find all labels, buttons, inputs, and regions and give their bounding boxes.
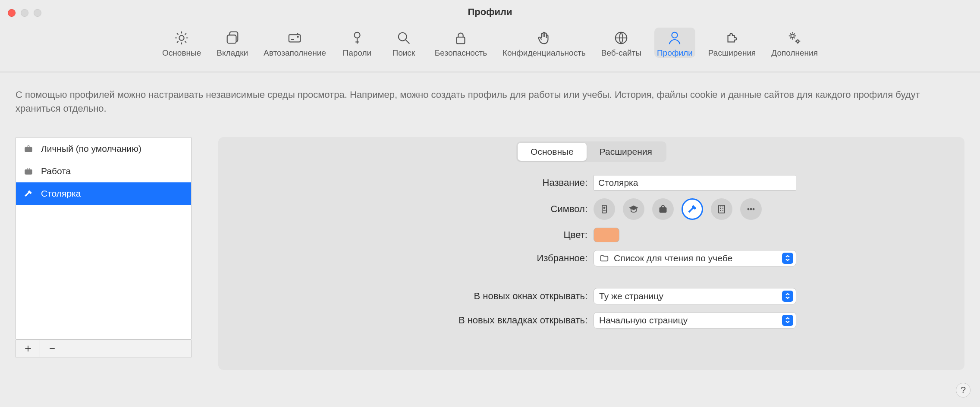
tab-label: Веб-сайты (601, 48, 641, 58)
tab-privacy[interactable]: Конфиденциальность (500, 28, 588, 58)
symbol-more[interactable] (740, 198, 762, 220)
svg-point-10 (797, 40, 799, 43)
tabs-icon (225, 30, 240, 46)
symbol-label: Символ: (218, 204, 594, 215)
svg-point-8 (672, 32, 678, 38)
segment-main[interactable]: Основные (518, 143, 587, 161)
svg-point-0 (179, 35, 184, 40)
name-label: Название: (218, 177, 594, 188)
symbol-picker (594, 198, 762, 220)
tab-general[interactable]: Основные (160, 28, 204, 58)
tab-label: Расширения (708, 48, 756, 58)
profiles-sidebar: Личный (по умолчанию) Работа Столярка ＋ (16, 137, 192, 370)
briefcase-icon (23, 143, 34, 154)
window-close-button[interactable] (8, 9, 16, 17)
add-profile-button[interactable]: ＋ (16, 340, 40, 357)
tab-advanced[interactable]: Дополнения (769, 28, 820, 58)
profile-detail-panel: Основные Расширения Название: Символ: (218, 137, 964, 370)
symbol-graduation[interactable] (623, 198, 644, 220)
new-windows-label: В новых окнах открывать: (218, 291, 594, 302)
svg-rect-12 (25, 169, 32, 174)
window-title: Профили (468, 6, 512, 18)
key-icon (349, 30, 365, 46)
tab-security[interactable]: Безопасность (432, 28, 490, 58)
tab-search[interactable]: Поиск (386, 28, 422, 58)
puzzle-icon (724, 30, 740, 46)
tab-label: Профили (657, 48, 693, 58)
profile-item-label: Столярка (41, 188, 81, 199)
symbol-hammer[interactable] (682, 198, 703, 220)
gear-icon (174, 30, 189, 46)
profiles-list[interactable]: Личный (по умолчанию) Работа Столярка (16, 137, 192, 340)
svg-rect-13 (602, 205, 606, 213)
tab-label: Вкладки (217, 48, 248, 58)
remove-profile-button[interactable]: － (40, 340, 64, 357)
titlebar: Профили (0, 0, 980, 24)
tab-label: Дополнения (771, 48, 818, 58)
lock-icon (453, 30, 468, 46)
tab-label: Основные (162, 48, 201, 58)
profile-item-carpentry[interactable]: Столярка (16, 182, 191, 205)
favorites-label: Избранное: (218, 253, 594, 264)
search-icon (396, 30, 411, 46)
svg-rect-6 (457, 37, 465, 44)
color-picker[interactable] (594, 228, 619, 242)
svg-point-3 (298, 36, 298, 37)
new-tabs-value: Начальную страницу (599, 315, 688, 326)
svg-point-17 (748, 208, 749, 210)
tab-label: Безопасность (435, 48, 487, 58)
color-label: Цвет: (218, 229, 594, 241)
gears-icon (787, 30, 802, 46)
select-caret-icon (782, 291, 793, 302)
settings-toolbar: Основные Вкладки Автозаполнение Пароли П… (0, 24, 980, 69)
new-windows-select[interactable]: Ту же страницу (594, 288, 796, 304)
segment-extensions[interactable]: Расширения (587, 143, 665, 161)
svg-rect-11 (25, 147, 32, 152)
profile-item-label: Личный (по умолчанию) (41, 144, 141, 154)
svg-rect-2 (289, 34, 300, 42)
favorites-select[interactable]: Список для чтения по учебе (594, 250, 796, 266)
tab-label: Конфиденциальность (503, 48, 586, 58)
profile-item-work[interactable]: Работа (16, 160, 191, 182)
svg-rect-16 (719, 205, 725, 213)
globe-icon (613, 30, 629, 46)
window-minimize-button[interactable] (21, 9, 28, 17)
window-controls (8, 9, 41, 17)
svg-point-18 (750, 208, 752, 210)
profile-name-input[interactable] (594, 175, 796, 191)
help-button[interactable]: ? (956, 383, 971, 398)
symbol-building[interactable] (711, 198, 732, 220)
svg-rect-15 (660, 207, 666, 213)
detail-segmented-control[interactable]: Основные Расширения (516, 141, 666, 162)
profile-item-personal[interactable]: Личный (по умолчанию) (16, 138, 191, 160)
svg-point-4 (354, 32, 360, 38)
tab-label: Поиск (393, 48, 415, 58)
svg-point-19 (753, 208, 754, 210)
tab-tabs[interactable]: Вкладки (214, 28, 251, 58)
tab-profiles[interactable]: Профили (654, 28, 695, 58)
select-caret-icon (782, 253, 793, 264)
profiles-list-toolbar: ＋ － (16, 340, 192, 357)
new-tabs-select[interactable]: Начальную страницу (594, 312, 796, 329)
svg-point-5 (399, 33, 407, 41)
select-caret-icon (782, 315, 793, 326)
svg-rect-1 (227, 35, 236, 43)
tab-websites[interactable]: Веб-сайты (599, 28, 644, 58)
profiles-description: С помощью профилей можно настраивать нез… (16, 88, 964, 116)
hammer-icon (23, 188, 34, 199)
window-zoom-button[interactable] (34, 9, 41, 17)
symbol-briefcase[interactable] (652, 198, 674, 220)
tab-extensions[interactable]: Расширения (706, 28, 759, 58)
favorites-value: Список для чтения по учебе (614, 253, 732, 263)
briefcase-icon (23, 166, 34, 177)
tab-autofill[interactable]: Автозаполнение (261, 28, 329, 58)
svg-point-14 (603, 207, 605, 209)
new-tabs-label: В новых вкладках открывать: (218, 315, 594, 326)
tab-passwords[interactable]: Пароли (339, 28, 375, 58)
tab-label: Автозаполнение (264, 48, 326, 58)
new-windows-value: Ту же страницу (599, 291, 663, 301)
person-icon (667, 30, 682, 46)
folder-icon (599, 253, 609, 263)
hand-icon (536, 30, 552, 46)
symbol-badge[interactable] (594, 198, 615, 220)
